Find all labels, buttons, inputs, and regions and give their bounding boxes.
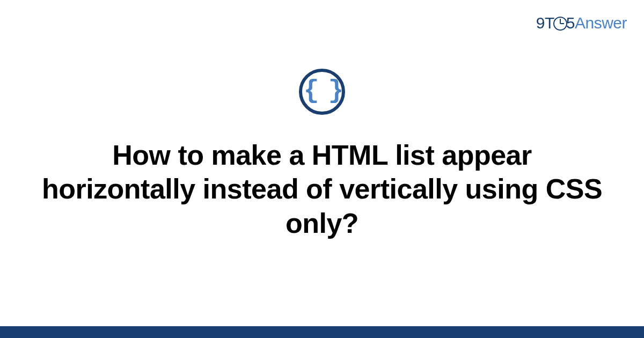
clock-icon: [553, 17, 567, 31]
braces-glyph: { }: [304, 78, 340, 104]
logo-text-answer: Answer: [575, 14, 627, 32]
code-braces-icon: { }: [299, 69, 345, 115]
logo-text-9t: 9T: [536, 14, 554, 32]
site-logo: 9T5Answer: [536, 14, 627, 32]
logo-text-5: 5: [566, 14, 575, 32]
question-title: How to make a HTML list appear horizonta…: [0, 138, 644, 240]
footer-bar: [0, 326, 644, 338]
topic-icon-container: { }: [299, 69, 345, 115]
